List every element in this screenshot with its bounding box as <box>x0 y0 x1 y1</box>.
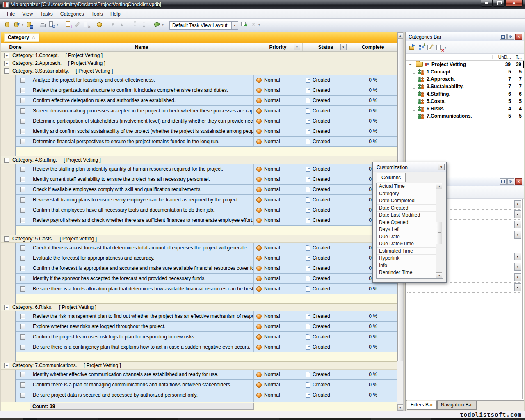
tree-category-row[interactable]: 6.Risks.44 <box>406 105 524 112</box>
collapse-icon[interactable] <box>408 62 413 67</box>
expand-icon[interactable] <box>4 53 9 58</box>
scroll-thumb[interactable] <box>436 222 442 244</box>
status-cell[interactable]: Created <box>303 137 349 146</box>
complete-cell[interactable]: 0 % <box>349 137 397 146</box>
task-checkbox[interactable] <box>20 266 25 271</box>
status-cell[interactable]: Created <box>303 284 349 294</box>
column-header-undone[interactable]: UnD... <box>492 55 513 59</box>
tree-root-selection[interactable]: Project Vetting3939 <box>413 61 524 68</box>
collapse-icon[interactable] <box>4 236 9 242</box>
task-row[interactable]: Confirm that employees have all necessar… <box>16 205 397 215</box>
column-list-item[interactable]: Days Left <box>377 226 436 233</box>
task-name-cell[interactable]: Be sure there is a contingency plan that… <box>30 342 254 352</box>
task-row[interactable]: Review the organizational structure to c… <box>16 85 397 96</box>
priority-cell[interactable]: Normal <box>254 164 303 174</box>
status-cell[interactable]: Created <box>303 253 349 263</box>
task-row[interactable]: Review the staffing plan to identify qua… <box>16 164 397 174</box>
status-cell[interactable]: Created <box>303 126 349 136</box>
dialog-close-button[interactable]: x <box>438 164 445 170</box>
task-name-cell[interactable]: Be sure there is a funds allocation plan… <box>30 284 254 294</box>
priority-cell[interactable]: Normal <box>254 263 303 273</box>
status-cell[interactable]: Created <box>303 106 349 116</box>
priority-cell[interactable]: Normal <box>254 116 303 126</box>
task-row[interactable]: Review staff training plans to ensure ev… <box>16 195 397 205</box>
chevron-down-icon[interactable] <box>444 43 448 52</box>
task-name-cell[interactable]: Evaluate the forecast for appropriatenes… <box>30 253 254 263</box>
panel-restore-button[interactable] <box>500 34 507 40</box>
task-row[interactable]: Confirm effective delegation rules and a… <box>16 96 397 106</box>
column-list-item[interactable]: Time Left <box>377 276 436 279</box>
task-row[interactable]: Determine participation of stakeholders … <box>16 116 397 126</box>
menu-help[interactable]: Help <box>107 10 124 18</box>
menu-tasks[interactable]: Tasks <box>37 10 57 18</box>
scroll-down-button[interactable] <box>436 272 442 278</box>
dialog-scrollbar[interactable] <box>436 183 443 278</box>
priority-cell[interactable]: Normal <box>254 332 303 342</box>
task-checkbox[interactable] <box>20 334 25 340</box>
priority-cell[interactable]: Normal <box>254 380 303 390</box>
task-checkbox[interactable] <box>20 139 25 144</box>
tree-category-row[interactable]: 7.Communications.55 <box>406 112 524 120</box>
task-row[interactable]: Identify if the sponsor has accepted the… <box>16 274 397 284</box>
status-cell[interactable]: Created <box>303 75 349 85</box>
panel-close-button[interactable]: x <box>515 34 522 40</box>
collapse-icon[interactable] <box>4 305 9 310</box>
task-name-cell[interactable]: Confirm effective delegation rules and a… <box>30 96 254 105</box>
complete-cell[interactable]: 0 % <box>349 311 397 321</box>
task-checkbox[interactable] <box>20 393 25 398</box>
priority-cell[interactable]: Normal <box>254 126 303 136</box>
status-cell[interactable]: Created <box>303 370 349 379</box>
task-checkbox[interactable] <box>20 256 25 261</box>
priority-cell[interactable]: Normal <box>254 322 303 331</box>
column-list-item[interactable]: Hyperlink <box>377 255 436 262</box>
tree-category-row[interactable]: 4.Staffing.66 <box>406 90 524 98</box>
column-list-item[interactable]: Date Last Modified <box>377 212 436 219</box>
filter-dropdown-button[interactable] <box>514 253 521 260</box>
print-icon[interactable] <box>39 21 47 29</box>
status-cell[interactable]: Created <box>303 96 349 105</box>
column-list-item[interactable]: Estimated Time <box>377 248 436 255</box>
highlight-filter-icon[interactable] <box>153 21 161 29</box>
task-name-cell[interactable]: Confirm that employees have all necessar… <box>30 205 254 215</box>
task-checkbox[interactable] <box>20 345 25 350</box>
menu-file[interactable]: File <box>3 10 18 18</box>
task-row[interactable]: Screen decision-making processes accepte… <box>16 106 397 116</box>
group-field-chip[interactable]: Category △ <box>4 33 39 42</box>
category-group-row[interactable]: Category: 7.Communications.[ Project Vet… <box>1 362 397 370</box>
scroll-up-button[interactable] <box>397 32 403 39</box>
priority-cell[interactable]: Normal <box>254 137 303 146</box>
filter-dropdown-button[interactable] <box>514 200 521 208</box>
priority-filter-button[interactable] <box>294 44 300 50</box>
task-row[interactable]: Confirm the project team uses risk logs … <box>16 332 397 342</box>
filter-dropdown-button[interactable] <box>514 210 521 218</box>
priority-cell[interactable]: Normal <box>254 185 303 194</box>
apply-layout-icon[interactable] <box>240 21 249 29</box>
minimize-button[interactable] <box>481 0 493 7</box>
column-list-item[interactable]: Actual Time <box>377 183 436 190</box>
scroll-up-button[interactable] <box>436 183 442 189</box>
task-name-cell[interactable]: Identify and confirm social sustainabili… <box>30 126 254 136</box>
layout-combo[interactable]: Default Task View Layout <box>169 21 238 30</box>
task-row[interactable]: Review the risk management plan to find … <box>16 311 397 322</box>
task-checkbox[interactable] <box>20 187 25 192</box>
status-cell[interactable]: Created <box>303 164 349 174</box>
task-row[interactable]: Analyze the project for feasibility and … <box>16 75 397 85</box>
filter-dropdown-button[interactable] <box>514 231 521 239</box>
filter-dropdown-button[interactable] <box>514 221 521 228</box>
task-name-cell[interactable]: Confirm there is a plan of managing comm… <box>30 380 254 390</box>
task-checkbox[interactable] <box>20 78 25 83</box>
panel-close-button[interactable]: x <box>515 178 522 185</box>
status-cell[interactable]: Created <box>303 342 349 352</box>
open-database-icon[interactable] <box>13 21 21 29</box>
tree-root-row[interactable]: Project Vetting3939 <box>406 61 524 68</box>
complete-cell[interactable]: 0 % <box>349 75 397 85</box>
task-checkbox[interactable] <box>20 108 25 114</box>
status-cell[interactable]: Created <box>303 85 349 95</box>
task-checkbox[interactable] <box>20 218 25 223</box>
task-checkbox[interactable] <box>20 197 25 203</box>
menu-tools[interactable]: Tools <box>88 10 107 18</box>
complete-cell[interactable]: 0 % <box>349 342 397 352</box>
collapse-icon[interactable] <box>4 158 9 163</box>
priority-cell[interactable]: Normal <box>254 390 303 400</box>
menu-categories[interactable]: Categories <box>57 10 88 18</box>
